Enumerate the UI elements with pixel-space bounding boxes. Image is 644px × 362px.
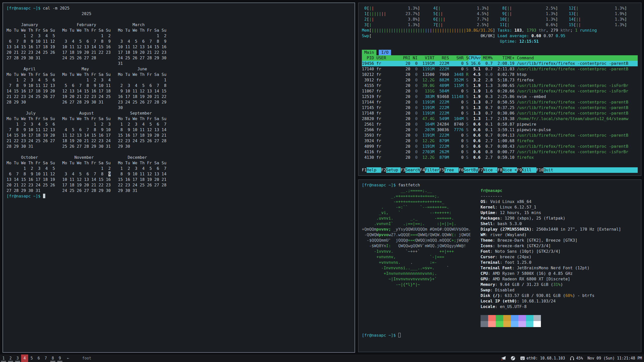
column-header-pid[interactable]: PID (362, 55, 374, 61)
process-row[interactable]: 4130fr20012.2G879M0S0.62.70:59.10firefox (362, 155, 638, 160)
process-row[interactable]: 11067fr200131G504M0S1.91.60:20.66/usr/li… (362, 88, 638, 94)
fastfetch-info-line: Kernel: Linux 6.12.57_1 (481, 204, 621, 210)
process-row[interactable]: 17145fr2001191M222M0S1.30.70:37.25/usr/l… (362, 105, 638, 111)
palette-swatch (526, 315, 533, 321)
workspace-tag-8[interactable]: 8 (49, 354, 56, 362)
ascii-art-line: .vvnvnI` .;==|==;. :|=||=|. (362, 221, 481, 227)
clock: Nov 09 (Sun) 11:21:48 PM (587, 355, 642, 361)
htop-table-header[interactable]: PIDUSERPRINIVIRTRESSHRSCPU%▽MEM%TIME+Com… (362, 55, 638, 61)
fastfetch-info-line: Local IP (eth0): 10.68.1.103/24 (481, 298, 621, 304)
volume-status: 45% (570, 355, 583, 361)
steam-icon[interactable] (510, 356, 516, 361)
htop-function-key-bar: F1Help F2Setup F3SearchF4FilterF5Tree F6… (362, 167, 638, 173)
palette-swatch (503, 315, 511, 321)
workspace-tag-5[interactable]: 5 (28, 354, 35, 362)
workspace-tag-1[interactable]: 1 (0, 354, 7, 362)
process-row-selected[interactable]: 19456fr2001191M222M0S16.60.72:08.19/usr/… (362, 61, 638, 66)
fkey-f10[interactable]: F10 (536, 167, 544, 173)
terminal-pane-calendar[interactable]: [fr@nasapc ~]$ cal -m 2025 2025 January … (3, 3, 355, 353)
fkey-label-f2[interactable]: Setup (386, 167, 401, 173)
process-row[interactable]: 12519fr200383M9346811148S1.90.32:25.86nv… (362, 94, 638, 99)
fkey-label-f5[interactable]: Tree (444, 167, 459, 173)
fkey-f3[interactable]: F3 (401, 167, 405, 173)
process-row[interactable]: 17144fr2001191M222M0S1.30.70:50.55/usr/l… (362, 99, 638, 105)
process-row[interactable]: 2561fr200164M242848740S0.60.10:58.87pipe… (362, 122, 638, 127)
cpu-meter-5: 5[||4.5%] (431, 11, 500, 17)
workspace-tag-2[interactable]: 2 (7, 354, 14, 362)
column-header-time[interactable]: TIME+ (493, 55, 514, 61)
process-row[interactable]: 3912fr20012.2G882M352MS3.22.85:18.73fire… (362, 77, 638, 83)
column-header-cpu[interactable]: CPU%▽ (468, 55, 481, 61)
htop-tasks-text: Tasks: 183, 1793 thr, 279 kthr; 1 runnin… (497, 28, 597, 33)
fkey-label-f4[interactable]: Filter (425, 167, 439, 173)
palette-swatch (496, 321, 503, 327)
process-row[interactable]: 28820fr20047.4G549M104MS1.31.72:19.38/ho… (362, 116, 638, 122)
column-header-ni[interactable]: NI (410, 55, 418, 61)
column-header-cmd[interactable]: Command (514, 55, 638, 61)
cpu-meter-2: 2[||3.8%] (362, 17, 431, 22)
process-row[interactable]: 17140fr2001191M222M0S5.10.72:11.03/usr/l… (362, 66, 638, 72)
fkey-f7[interactable]: F7 (478, 167, 483, 173)
fastfetch-info-line: Shell: bash 5.3.0 (481, 221, 621, 227)
fkey-label-f1[interactable]: Help (367, 167, 381, 173)
fastfetch-info-line: --------- (481, 193, 621, 199)
process-row[interactable]: 4155fr20039.0G409M115MS1.91.33:00.65/usr… (362, 83, 638, 88)
fkey-f9[interactable]: F9 (517, 167, 522, 173)
workspace-tag-4[interactable]: 4 (21, 354, 28, 362)
fkey-f1[interactable]: F1 (362, 167, 367, 173)
telegram-icon[interactable] (501, 356, 506, 361)
palette-swatch (518, 321, 526, 327)
palette-swatch (481, 321, 488, 327)
fastfetch-info-line: Cursor: breeze (24px) (481, 254, 621, 260)
column-header-pri[interactable]: PRI (401, 55, 410, 61)
fkey-label-f3[interactable]: Search (405, 167, 420, 173)
process-row[interactable]: 2566fr200207M300367776S0.60.13:59.11pipe… (362, 127, 638, 133)
column-header-st[interactable]: S (464, 55, 468, 61)
fastfetch-info-line: fr@nasapc (481, 188, 621, 193)
palette-swatch (526, 321, 533, 327)
htop-uptime-row: Uptime: 12:15:51 (362, 39, 638, 44)
fkey-f2[interactable]: F2 (381, 167, 386, 173)
fkey-f8[interactable]: F8 (497, 167, 502, 173)
fastfetch-info-line: Locale: en_US.UTF-8 (481, 304, 621, 309)
htop-tab-main[interactable]: Main (362, 50, 376, 55)
fkey-f5[interactable]: F5 (439, 167, 444, 173)
process-row[interactable]: 17148fr2001191M222M0S1.30.70:30.06/usr/l… (362, 111, 638, 116)
process-row[interactable]: 4116fr2002703M262M0S0.60.80:00.77/usr/li… (362, 149, 638, 155)
fkey-label-f6[interactable]: SortBy (464, 167, 478, 173)
column-header-user[interactable]: USER (374, 55, 401, 61)
column-header-shr[interactable]: SHR (449, 55, 464, 61)
fkey-f4[interactable]: F4 (420, 167, 425, 173)
ascii-art-line: __.;=====;.__ (362, 188, 481, 193)
palette-swatch (511, 315, 518, 321)
column-header-mem[interactable]: MEM% (481, 55, 493, 61)
terminal-pane-htop[interactable]: 0[||1.3%]4[|1.3%]8[||2.5%]12[|1.3%]1[|||… (358, 3, 641, 176)
htop-process-list: 19456fr2001191M222M0S16.60.72:08.19/usr/… (362, 61, 638, 160)
fkey-label-f8[interactable]: Nice + (502, 167, 517, 173)
ascii-art-line: -QQWQWpvvowZ?.wQQQE==<QWWQ/QWQW.QQWW(: j… (362, 232, 481, 238)
workspace-tag-3[interactable]: 3 (14, 354, 21, 362)
fkey-f6[interactable]: F6 (459, 167, 463, 173)
htop-screen-tabs: MainI/O (362, 50, 638, 55)
terminal-pane-fastfetch[interactable]: [fr@nasapc ~]$ fastfetch __.;=====;.__ _… (358, 179, 641, 352)
process-row[interactable]: 10212fr2001150079603448R4.50.00:02.78hto… (362, 72, 638, 77)
ascii-art-line: +vnvnnv, `-|=== (362, 254, 481, 260)
htop-swap-row: Swp[0K/0K] Load average: 0.60 0.97 0.95 (362, 33, 638, 39)
fastfetch-info-line: Font: Noto Sans (10pt) [GTK2/3/4] (481, 249, 621, 254)
fkey-label-f7[interactable]: Nice - (483, 167, 498, 173)
fkey-label-f10[interactable]: Quit (543, 167, 638, 173)
network-status: eth0: 10.68.1.103 (520, 355, 565, 361)
fastfetch-info-line: OS: Void Linux x86_64 (481, 199, 621, 204)
workspace-tag-7[interactable]: 7 (42, 354, 49, 362)
htop-memory-meter: Mem[||||||||||||||||||||||||||||||||||||… (362, 28, 495, 33)
column-header-res[interactable]: RES (435, 55, 449, 61)
process-row[interactable]: 4099fr2001191M222M0S0.60.70:08.43/usr/li… (362, 144, 638, 149)
htop-tab-io[interactable]: I/O (379, 50, 391, 55)
process-row[interactable]: 3924fr20012.2G879M0S0.62.71:00.68firefox (362, 138, 638, 144)
fkey-label-f9[interactable]: Kill (522, 167, 536, 173)
workspace-tag-9[interactable]: 9 (56, 354, 63, 362)
shell-command-line: [fr@nasapc ~]$ fastfetch (362, 182, 638, 188)
workspace-tag-6[interactable]: 6 (35, 354, 42, 362)
column-header-virt[interactable]: VIRT (418, 55, 435, 61)
process-row[interactable]: 3593fr2001191M222M0S0.60.70:04.13/usr/li… (362, 133, 638, 138)
